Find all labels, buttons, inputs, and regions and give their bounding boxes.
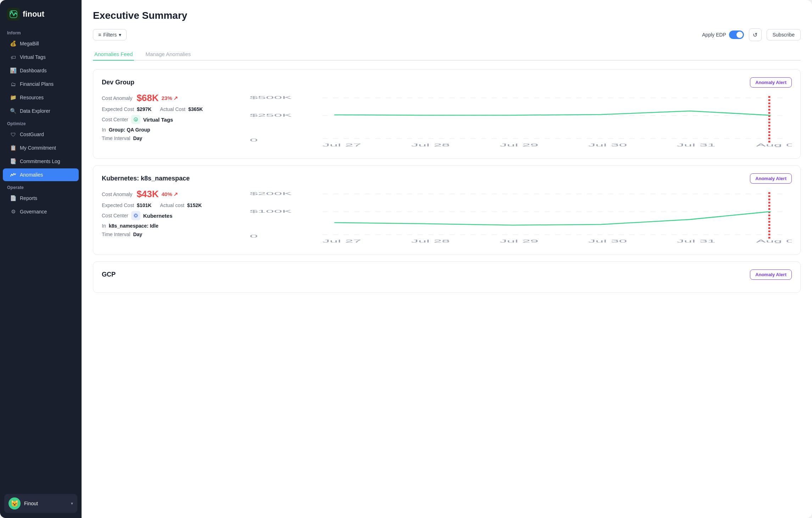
cost-center-icon xyxy=(131,115,140,124)
subscribe-label: Subscribe xyxy=(773,32,795,38)
anomaly-card-dev-group: Dev Group Anomaly Alert Cost Anomaly $68… xyxy=(93,69,801,159)
filters-button[interactable]: ≡ Filters ▾ xyxy=(93,29,127,40)
data-explorer-icon: 🔍 xyxy=(10,108,16,114)
apply-edp-container: Apply EDP xyxy=(702,30,744,39)
main-content: Executive Summary ≡ Filters ▾ Apply EDP … xyxy=(82,0,812,518)
card-title-gcp: GCP xyxy=(102,271,116,278)
sidebar-item-my-commitment[interactable]: 📋 My Commitment xyxy=(3,141,79,154)
sidebar-item-financial-plans[interactable]: 🗂 Financial Plans xyxy=(3,78,79,90)
page-title: Executive Summary xyxy=(93,10,801,21)
reports-icon: 📄 xyxy=(10,195,16,201)
sidebar-item-reports-label: Reports xyxy=(20,195,37,201)
card-header-kubernetes: Kubernetes: k8s_namespace Anomaly Alert xyxy=(102,173,792,184)
cost-anomaly-row: Cost Anomaly $68K 23% ↗ xyxy=(102,93,237,104)
refresh-button[interactable]: ↺ xyxy=(749,28,762,41)
sidebar-item-governance[interactable]: ⚙ Governance xyxy=(3,205,79,218)
subscribe-button[interactable]: Subscribe xyxy=(767,29,801,40)
edp-toggle[interactable] xyxy=(729,30,744,39)
cost-center-row-k8s: Cost Center Kubernetes xyxy=(102,211,237,220)
sidebar-item-megabill[interactable]: 💰 MegaBill xyxy=(3,37,79,50)
sidebar-item-anomalies[interactable]: Anomalies xyxy=(3,168,79,181)
time-interval-row-k8s: Time Interval Day xyxy=(102,232,237,237)
cost-anomaly-row-k8s: Cost Anomaly $43K 40% ↗ xyxy=(102,189,237,200)
sidebar-item-resources-label: Resources xyxy=(20,95,44,100)
toolbar: ≡ Filters ▾ Apply EDP ↺ Subscribe xyxy=(93,28,801,41)
chart-svg-kubernetes: $200K $100K 0 Jul 27 Jul 28 Jul 29 xyxy=(237,189,792,245)
svg-point-20 xyxy=(135,217,136,217)
sidebar-item-reports[interactable]: 📄 Reports xyxy=(3,192,79,205)
chart-svg-dev-group: $500K $250K 0 Jul 27 Jul 28 Jul 29 xyxy=(237,93,792,149)
time-interval-row: Time Interval Day xyxy=(102,135,237,141)
card-info-kubernetes: Cost Anomaly $43K 40% ↗ Expected Cost $1… xyxy=(102,189,237,247)
app-name: finout xyxy=(23,10,44,19)
sidebar-item-costguard[interactable]: 🛡 CostGuard xyxy=(3,128,79,141)
card-chart-kubernetes: $200K $100K 0 Jul 27 Jul 28 Jul 29 xyxy=(237,189,792,247)
svg-point-21 xyxy=(134,215,135,216)
svg-text:$200K: $200K xyxy=(250,191,292,196)
card-body-dev-group: Cost Anomaly $68K 23% ↗ Expected Cost $2… xyxy=(102,93,792,151)
cost-center-row: Cost Center Virtual Tags xyxy=(102,115,237,124)
expected-cost-row: Expected Cost $297K Actual Cost $365K xyxy=(102,106,237,112)
sidebar: finout Inform 💰 MegaBill 🏷 Virtual Tags … xyxy=(0,0,82,518)
card-title-dev-group: Dev Group xyxy=(102,79,134,86)
sidebar-footer: 😺 Finout ▾ xyxy=(0,489,82,518)
tab-anomalies-feed[interactable]: Anomalies Feed xyxy=(93,48,134,61)
user-name: Finout xyxy=(24,501,67,506)
svg-text:Jul 27: Jul 27 xyxy=(322,143,361,147)
in-row: In Group: QA Group xyxy=(102,127,237,133)
svg-point-19 xyxy=(135,214,136,215)
sidebar-item-data-explorer[interactable]: 🔍 Data Explorer xyxy=(3,105,79,117)
expected-cost-row-k8s: Expected Cost $101K Actual cost $152K xyxy=(102,202,237,208)
megabill-icon: 💰 xyxy=(10,40,16,47)
my-commitment-icon: 📋 xyxy=(10,145,16,151)
filters-label: Filters xyxy=(103,32,117,38)
card-header-dev-group: Dev Group Anomaly Alert xyxy=(102,77,792,88)
refresh-icon: ↺ xyxy=(753,32,757,38)
avatar: 😺 xyxy=(9,497,21,509)
card-body-kubernetes: Cost Anomaly $43K 40% ↗ Expected Cost $1… xyxy=(102,189,792,247)
svg-text:Aug 01: Aug 01 xyxy=(756,143,792,147)
sidebar-item-virtual-tags[interactable]: 🏷 Virtual Tags xyxy=(3,51,79,63)
svg-text:Aug 01: Aug 01 xyxy=(756,239,792,243)
svg-text:Jul 30: Jul 30 xyxy=(588,143,627,147)
sidebar-item-governance-label: Governance xyxy=(20,209,47,215)
svg-text:Jul 28: Jul 28 xyxy=(411,143,450,147)
governance-icon: ⚙ xyxy=(10,208,16,215)
svg-text:$100K: $100K xyxy=(250,209,292,213)
svg-text:0: 0 xyxy=(250,138,258,142)
anomaly-alert-button-gcp[interactable]: Anomaly Alert xyxy=(750,269,792,280)
sidebar-item-commitments-log[interactable]: 📑 Commitments Log xyxy=(3,155,79,168)
sidebar-item-my-commitment-label: My Commitment xyxy=(20,145,56,151)
chevron-down-icon: ▾ xyxy=(71,501,73,506)
anomalies-icon xyxy=(10,172,16,178)
resources-icon: 📁 xyxy=(10,94,16,101)
sidebar-item-costguard-label: CostGuard xyxy=(20,132,44,137)
svg-text:$250K: $250K xyxy=(250,113,292,117)
filters-chevron-icon: ▾ xyxy=(119,32,121,38)
sidebar-item-virtual-tags-label: Virtual Tags xyxy=(20,54,46,60)
tab-manage-anomalies[interactable]: Manage Anomalies xyxy=(144,48,192,61)
svg-point-22 xyxy=(137,215,138,216)
svg-text:Jul 27: Jul 27 xyxy=(322,239,361,243)
sidebar-item-dashboards[interactable]: 📊 Dashboards xyxy=(3,64,79,77)
finout-logo-icon xyxy=(7,8,20,21)
sidebar-item-commitments-log-label: Commitments Log xyxy=(20,158,60,164)
svg-text:Jul 28: Jul 28 xyxy=(411,239,450,243)
svg-text:Jul 29: Jul 29 xyxy=(500,143,538,147)
card-header-gcp: GCP Anomaly Alert xyxy=(102,269,792,280)
anomaly-card-gcp: GCP Anomaly Alert xyxy=(93,261,801,293)
toolbar-right: Apply EDP ↺ Subscribe xyxy=(702,28,801,41)
virtual-tags-icon: 🏷 xyxy=(10,54,16,60)
svg-text:Jul 31: Jul 31 xyxy=(677,143,716,147)
section-optimize: Optimize xyxy=(0,118,82,128)
anomaly-alert-button-dev-group[interactable]: Anomaly Alert xyxy=(750,77,792,88)
sidebar-item-dashboards-label: Dashboards xyxy=(20,68,47,73)
card-title-kubernetes: Kubernetes: k8s_namespace xyxy=(102,175,190,182)
arrow-up-icon: ↗ xyxy=(173,95,178,101)
user-menu[interactable]: 😺 Finout ▾ xyxy=(4,494,77,513)
svg-text:Jul 31: Jul 31 xyxy=(677,239,716,243)
sidebar-item-resources[interactable]: 📁 Resources xyxy=(3,91,79,104)
anomaly-alert-button-kubernetes[interactable]: Anomaly Alert xyxy=(750,173,792,184)
svg-text:0: 0 xyxy=(250,234,258,238)
sidebar-logo: finout xyxy=(0,0,82,27)
